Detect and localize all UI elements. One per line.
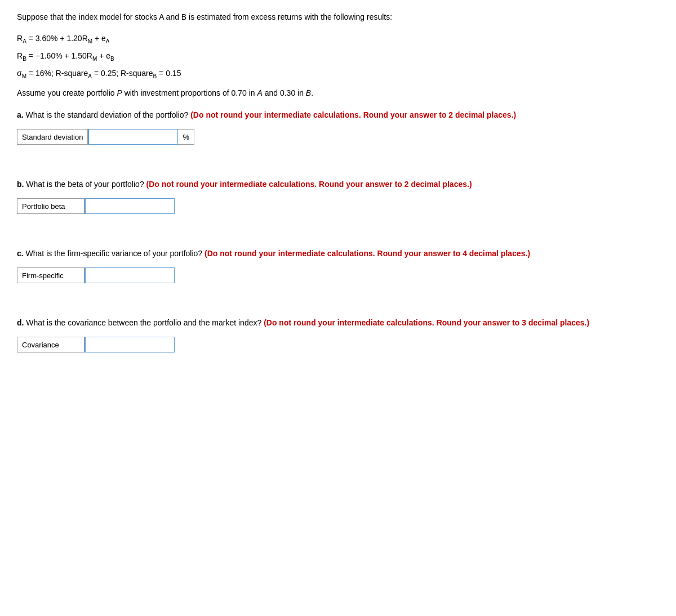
equation-1: RA = 3.60% + 1.20RM + eA — [17, 32, 659, 46]
intro-text: Suppose that the index model for stocks … — [17, 11, 659, 23]
question-a-bold: (Do not round your intermediate calculat… — [190, 110, 516, 119]
portfolio-beta-input[interactable] — [84, 198, 175, 214]
question-d-section: d. What is the covariance between the po… — [17, 317, 659, 352]
question-b-label: b. What is the beta of your portfolio? (… — [17, 178, 659, 190]
question-a-label: a. What is the standard deviation of the… — [17, 109, 659, 121]
question-d-label: d. What is the covariance between the po… — [17, 317, 659, 329]
question-c-main: What is the firm-specific variance of yo… — [26, 249, 204, 258]
standard-deviation-unit: % — [178, 129, 194, 145]
question-b-bold: (Do not round your intermediate calculat… — [146, 180, 472, 189]
question-c-input-row: Firm-specific — [17, 267, 659, 283]
question-a-letter: a. — [17, 110, 26, 119]
question-b-main: What is the beta of your portfolio? — [26, 180, 146, 189]
equation-2: RB = −1.60% + 1.50RM + eB — [17, 50, 659, 64]
question-d-bold: (Do not round your intermediate calculat… — [264, 318, 589, 327]
question-d-main: What is the covariance between the portf… — [26, 318, 264, 327]
portfolio-beta-label: Portfolio beta — [17, 198, 84, 214]
question-c-letter: c. — [17, 249, 26, 258]
question-b-letter: b. — [17, 180, 26, 189]
firm-specific-input[interactable] — [84, 267, 175, 283]
covariance-label: Covariance — [17, 337, 84, 352]
firm-specific-label: Firm-specific — [17, 267, 84, 283]
covariance-input[interactable] — [84, 337, 175, 352]
question-a-input-row: Standard deviation % — [17, 129, 659, 145]
question-c-label: c. What is the firm-specific variance of… — [17, 248, 659, 260]
question-d-input-row: Covariance — [17, 337, 659, 352]
question-d-letter: d. — [17, 318, 26, 327]
standard-deviation-input[interactable] — [88, 129, 178, 145]
question-b-input-row: Portfolio beta — [17, 198, 659, 214]
equation-3: σM = 16%; R-squareA = 0.25; R-squareB = … — [17, 67, 659, 81]
question-b-section: b. What is the beta of your portfolio? (… — [17, 178, 659, 214]
question-c-section: c. What is the firm-specific variance of… — [17, 248, 659, 283]
question-a-section: a. What is the standard deviation of the… — [17, 109, 659, 145]
question-c-bold: (Do not round your intermediate calculat… — [204, 249, 530, 258]
assume-text: Assume you create portfolio P with inves… — [17, 87, 659, 99]
standard-deviation-label: Standard deviation — [17, 129, 88, 145]
question-a-main: What is the standard deviation of the po… — [26, 110, 191, 119]
